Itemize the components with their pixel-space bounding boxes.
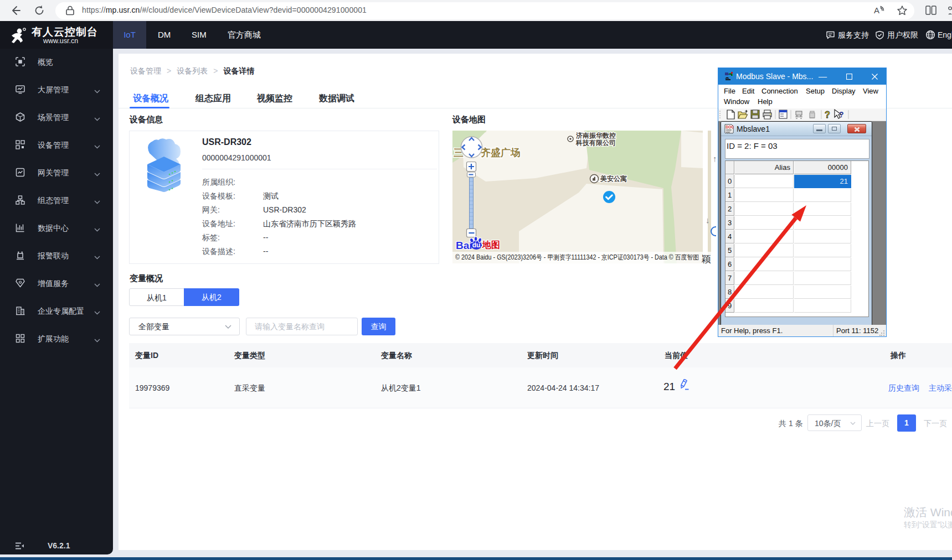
svg-text:Bai: Bai xyxy=(456,240,472,251)
svg-text:?: ? xyxy=(839,110,844,119)
svg-text:齐盛广场: 齐盛广场 xyxy=(481,147,521,158)
svg-text:du: du xyxy=(472,241,481,249)
svg-text:↑: ↑ xyxy=(713,154,716,163)
svg-text:?: ? xyxy=(825,110,830,120)
svg-text:颖: 颖 xyxy=(701,254,711,263)
svg-text:济南振华数控: 济南振华数控 xyxy=(575,132,616,139)
svg-text:地图: 地图 xyxy=(482,240,500,250)
svg-text:A: A xyxy=(874,6,879,15)
svg-text:DOC: DOC xyxy=(726,125,734,129)
svg-text:科技有限公司: 科技有限公司 xyxy=(575,139,616,147)
svg-text:美安公寓: 美安公寓 xyxy=(600,175,627,183)
svg-text:© 2024 Baidu - GS(2023)3206号 -: © 2024 Baidu - GS(2023)3206号 - 甲测资字11111… xyxy=(455,253,699,261)
svg-text:↓: ↓ xyxy=(706,215,710,225)
